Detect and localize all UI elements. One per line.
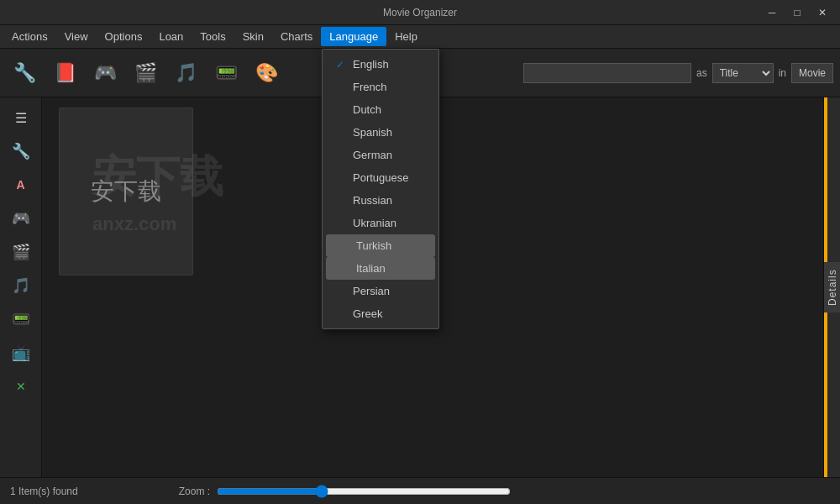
titlebar-title: Movie Organizer [383, 7, 457, 18]
menu-view[interactable]: View [56, 27, 97, 46]
search-input[interactable] [523, 63, 691, 83]
lang-persian[interactable]: Persian [323, 280, 438, 302]
sidebar-text-btn[interactable]: A [6, 170, 36, 200]
film-toolbar-btn[interactable]: 🎬 [128, 55, 163, 91]
lang-russian[interactable]: Russian [323, 189, 438, 212]
menubar: Actions View Options Loan Tools Skin Cha… [0, 25, 840, 49]
lang-ukranian[interactable]: Ukranian [323, 212, 438, 234]
search-in-label: in [779, 67, 786, 79]
search-area: as Title Director Actor Genre in Movie [523, 63, 833, 83]
movie-card-text: 安下载 [91, 176, 161, 207]
dict-toolbar-btn[interactable]: 📕 [47, 55, 82, 91]
zoom-slider[interactable] [217, 485, 511, 498]
details-label: Details [824, 262, 841, 312]
menu-tools[interactable]: Tools [192, 27, 234, 46]
maximize-button[interactable]: □ [786, 4, 808, 21]
menu-help[interactable]: Help [386, 27, 426, 46]
lang-portuguese[interactable]: Portuguese [323, 166, 438, 189]
search-as-label: as [696, 67, 707, 79]
movie-card[interactable]: 安下载 [59, 108, 193, 276]
language-dropdown: ✓ English French Dutch Spanish German Po… [322, 49, 439, 329]
lang-english[interactable]: ✓ English [323, 53, 438, 76]
tools-toolbar-btn[interactable]: 🔧 [7, 55, 42, 91]
menu-skin[interactable]: Skin [234, 27, 272, 46]
menu-actions[interactable]: Actions [3, 27, 56, 46]
lang-spanish[interactable]: Spanish [323, 121, 438, 144]
zoom-container: Zoom : [179, 485, 511, 498]
titlebar: Movie Organizer ─ □ ✕ [0, 0, 840, 25]
statusbar: 1 Item(s) found Zoom : [0, 477, 840, 504]
items-found-label: 1 Item(s) found [10, 486, 78, 497]
search-scope-btn[interactable]: Movie [791, 63, 833, 83]
menu-charts[interactable]: Charts [272, 27, 321, 46]
lang-german[interactable]: German [323, 144, 438, 166]
sidebar-device-btn[interactable]: 📟 [6, 304, 36, 334]
menu-options[interactable]: Options [97, 27, 151, 46]
search-type-select[interactable]: Title Director Actor Genre [712, 63, 774, 83]
sidebar-game-btn[interactable]: 🎮 [6, 203, 36, 234]
lang-dutch[interactable]: Dutch [323, 98, 438, 121]
sidebar-video-btn[interactable]: 🎬 [6, 237, 36, 267]
menu-loan[interactable]: Loan [150, 27, 192, 46]
sidebar: ☰ 🔧 A 🎮 🎬 🎵 📟 📺 ✕ [0, 97, 42, 477]
skin-toolbar-btn[interactable]: 🎨 [249, 55, 284, 91]
close-button[interactable]: ✕ [811, 4, 833, 21]
menu-language[interactable]: Language [321, 27, 386, 46]
sidebar-tv-btn[interactable]: 📺 [6, 338, 36, 368]
sidebar-tools-btn[interactable]: 🔧 [6, 136, 36, 166]
titlebar-controls: ─ □ ✕ [761, 4, 833, 21]
lang-french[interactable]: French [323, 76, 438, 98]
gamepad-toolbar-btn[interactable]: 🎮 [87, 55, 123, 91]
lang-greek[interactable]: Greek [323, 302, 438, 325]
device-toolbar-btn[interactable]: 📟 [208, 55, 244, 91]
minimize-button[interactable]: ─ [761, 4, 783, 21]
lang-italian[interactable]: Italian [326, 257, 435, 280]
sidebar-excel-btn[interactable]: ✕ [6, 371, 36, 402]
zoom-label: Zoom : [179, 486, 210, 497]
music-toolbar-btn[interactable]: 🎵 [168, 55, 203, 91]
lang-turkish[interactable]: Turkish [326, 234, 435, 257]
check-english: ✓ [336, 59, 348, 71]
sidebar-music-btn[interactable]: 🎵 [6, 270, 36, 301]
hamburger-btn[interactable]: ☰ [6, 102, 36, 133]
details-panel[interactable]: Details [823, 97, 840, 477]
